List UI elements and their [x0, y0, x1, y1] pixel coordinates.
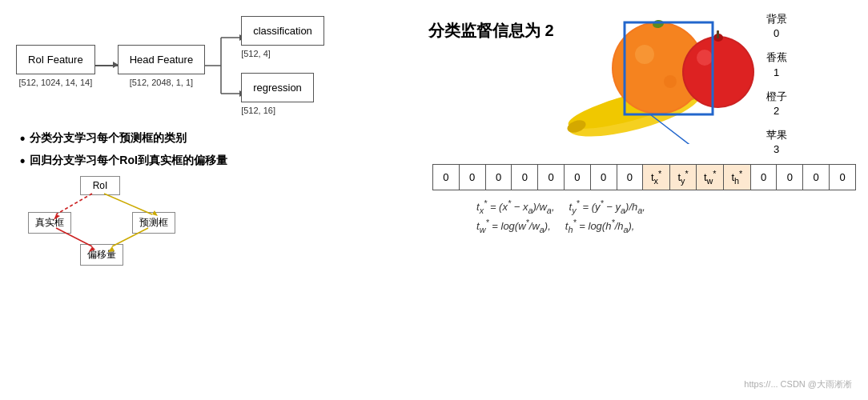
fruit-image-area: [562, 8, 754, 144]
bullets: • 分类分支学习每个预测框的类别 • 回归分支学习每个RoI到真实框的偏移量: [20, 131, 428, 168]
left-section: RoI Feature [512, 1024, 14, 14] Head Fea…: [12, 8, 428, 392]
cell-7: 0: [617, 164, 643, 190]
head-feature-label: Head Feature: [130, 54, 194, 66]
one-hot-row: 0 0 0 0 0 0 0 0 tx* ty* tw* th* 0 0: [433, 164, 856, 190]
formula-1: tx* = (x* − xa)/wa, ty* = (y* − ya)/ha,: [476, 198, 856, 215]
bullet-text-1: 分类分支学习每个预测框的类别: [30, 131, 187, 146]
flow-branch: classification [512, 4] regression [512,…: [241, 16, 324, 115]
legend-banana: 香蕉 1: [766, 50, 787, 79]
regression-branch: regression [512, 16]: [241, 73, 324, 115]
cell-15: 0: [830, 164, 856, 190]
cell-14: 0: [803, 164, 830, 190]
right-top: 分类监督信息为 2: [428, 8, 856, 158]
small-diagram: RoI 真实框 预测框 偏移量: [28, 176, 188, 264]
legend-orange-name: 橙子: [766, 90, 787, 104]
legend-banana-num: 1: [774, 66, 779, 80]
cell-13: 0: [777, 164, 803, 190]
legend-apple: 苹果 3: [766, 128, 787, 157]
regression-shape: [512, 16]: [241, 106, 275, 115]
classification-box: classification: [241, 16, 324, 46]
classification-shape: [512, 4]: [241, 49, 271, 58]
small-pred-box: 预测框: [132, 212, 175, 234]
legend-bg-num: 0: [774, 26, 779, 41]
regression-label: regression: [253, 82, 302, 94]
small-pred-label: 预测框: [139, 217, 168, 228]
head-feature-col: Head Feature [512, 2048, 1, 1]: [118, 45, 206, 87]
svg-point-26: [697, 50, 713, 66]
legend-orange: 橙子 2: [766, 90, 787, 118]
small-truth-box: 真实框: [28, 212, 71, 234]
svg-point-22: [664, 75, 677, 88]
small-offset-box: 偏移量: [80, 244, 123, 266]
roi-feature-label: RoI Feature: [28, 54, 83, 66]
one-hot-section: 0 0 0 0 0 0 0 0 tx* ty* tw* th* 0 0: [432, 164, 856, 190]
fruit-svg: [562, 8, 754, 144]
arrow-1: [95, 65, 118, 66]
roi-feature-box: RoI Feature: [16, 45, 95, 74]
formula-section: tx* = (x* − xa)/wa, ty* = (y* − ya)/ha, …: [476, 198, 856, 238]
branch-svg: [205, 18, 245, 114]
small-roi-label: RoI: [93, 180, 108, 191]
classification-label: classification: [253, 25, 312, 37]
legend-apple-name: 苹果: [766, 128, 787, 142]
cell-12: 0: [750, 164, 777, 190]
flow-diagram: RoI Feature [512, 1024, 14, 14] Head Fea…: [16, 16, 428, 115]
cell-4: 0: [538, 164, 565, 190]
bullet-dot-2: •: [20, 154, 25, 168]
cell-th: th*: [724, 164, 751, 190]
cell-1: 0: [459, 164, 485, 190]
bullet-text-2: 回归分支学习每个RoI到真实框的偏移量: [30, 154, 227, 168]
cell-ty: ty*: [669, 164, 696, 190]
cell-6: 0: [590, 164, 617, 190]
cell-2: 0: [485, 164, 512, 190]
legend-banana-name: 香蕉: [766, 50, 787, 65]
cell-3: 0: [512, 164, 538, 190]
bullet-dot-1: •: [20, 131, 25, 146]
class-label: 分类监督信息为 2: [428, 20, 554, 42]
classification-branch: classification [512, 4]: [241, 16, 324, 58]
legend-bg-name: 背景: [766, 12, 787, 26]
head-feature-shape: [512, 2048, 1, 1]: [130, 78, 194, 87]
head-feature-box: Head Feature: [118, 45, 206, 74]
svg-point-21: [635, 45, 654, 64]
legend-bg: 背景 0: [766, 12, 787, 41]
small-offset-label: 偏移量: [87, 249, 116, 260]
small-truth-label: 真实框: [35, 217, 64, 228]
watermark: https://... CSDN @大雨淅淅: [744, 378, 852, 390]
formula-2: tw* = log(w*/wa), th* = log(h*/ha),: [476, 218, 856, 234]
cell-0: 0: [433, 164, 460, 190]
regression-box: regression: [241, 73, 314, 102]
small-roi-box: RoI: [80, 176, 120, 195]
svg-rect-28: [717, 30, 719, 38]
legend-orange-num: 2: [774, 104, 779, 118]
legend: 背景 0 香蕉 1 橙子 2 苹果 3: [766, 12, 787, 158]
one-hot-table: 0 0 0 0 0 0 0 0 tx* ty* tw* th* 0 0: [432, 164, 856, 190]
svg-point-25: [684, 38, 753, 106]
bullet-1: • 分类分支学习每个预测框的类别: [20, 131, 428, 146]
legend-apple-num: 3: [774, 142, 779, 157]
main-container: RoI Feature [512, 1024, 14, 14] Head Fea…: [0, 0, 868, 400]
right-section: 分类监督信息为 2: [428, 8, 856, 392]
bullet-2: • 回归分支学习每个RoI到真实框的偏移量: [20, 154, 428, 168]
roi-feature-shape: [512, 1024, 14, 14]: [18, 78, 92, 87]
cell-tw: tw*: [697, 164, 724, 190]
roi-feature-col: RoI Feature [512, 1024, 14, 14]: [16, 45, 95, 87]
cell-5: 0: [564, 164, 590, 190]
cell-tx: tx*: [643, 164, 669, 190]
